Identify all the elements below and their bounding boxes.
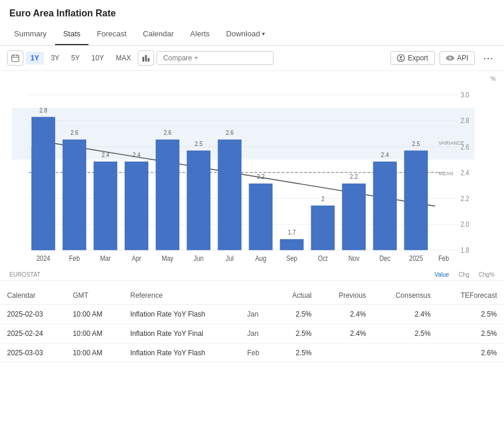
chevron-down-icon: ▾ <box>262 30 265 37</box>
data-table: Calendar GMT Reference Actual Previous C… <box>0 287 504 363</box>
period-max[interactable]: MAX <box>111 52 135 64</box>
col-gmt: GMT <box>66 287 123 305</box>
tab-bar: Summary Stats Forecast Calendar Alerts D… <box>0 23 504 46</box>
source-label: EUROSTAT <box>9 271 40 278</box>
svg-rect-50 <box>342 183 366 250</box>
cell-ref-period: Jan <box>240 305 275 324</box>
svg-rect-46 <box>280 239 304 250</box>
tab-calendar[interactable]: Calendar <box>135 23 182 45</box>
cell-previous <box>319 344 373 363</box>
col-teforecast: TEForecast <box>438 287 504 305</box>
svg-rect-6 <box>148 58 149 62</box>
svg-text:2.4: 2.4 <box>381 151 389 158</box>
more-options-button[interactable]: ⋯ <box>479 50 497 66</box>
cell-previous: 2.4% <box>319 324 373 344</box>
svg-text:Sep: Sep <box>286 255 297 263</box>
api-icon <box>446 54 454 62</box>
period-5y[interactable]: 5Y <box>66 52 84 64</box>
table-row: 2025-03-03 10:00 AM Inflation Rate YoY F… <box>0 344 504 363</box>
svg-rect-32 <box>63 140 86 250</box>
table-row: 2025-02-03 10:00 AM Inflation Rate YoY F… <box>0 305 504 324</box>
svg-rect-52 <box>373 162 397 250</box>
chart-type-icon[interactable] <box>138 50 154 66</box>
cell-actual: 2.5% <box>274 305 318 324</box>
cell-gmt: 10:00 AM <box>66 344 123 363</box>
chart-area: % 3.0 2.8 2.6 2.4 2.2 2.0 1.8 2.8 <box>0 71 504 270</box>
svg-text:2: 2 <box>321 195 325 202</box>
cell-ref-period: Jan <box>240 324 275 344</box>
chgpct-metric: Chg% <box>479 271 495 278</box>
col-previous: Previous <box>319 287 373 305</box>
tab-stats[interactable]: Stats <box>55 23 89 45</box>
value-metric: Value <box>435 271 449 278</box>
tab-forecast[interactable]: Forecast <box>88 23 135 45</box>
cell-teforecast: 2.5% <box>438 305 504 324</box>
cell-reference: Inflation Rate YoY Flash <box>123 305 240 324</box>
col-calendar: Calendar <box>0 287 66 305</box>
calendar-icon[interactable] <box>7 50 23 66</box>
pct-label: % <box>491 76 496 82</box>
svg-text:Aug: Aug <box>255 255 266 263</box>
tab-summary[interactable]: Summary <box>6 23 55 45</box>
svg-text:2025: 2025 <box>409 255 423 263</box>
svg-text:3.0: 3.0 <box>461 91 469 99</box>
export-button[interactable]: Export <box>390 51 435 65</box>
svg-rect-48 <box>311 206 335 250</box>
cell-teforecast: 2.5% <box>438 324 504 344</box>
svg-text:2.5: 2.5 <box>195 140 203 147</box>
compare-input[interactable] <box>156 51 274 65</box>
cell-gmt: 10:00 AM <box>66 305 123 324</box>
toolbar-right: Export API ⋯ <box>390 50 497 66</box>
cell-calendar: 2025-03-03 <box>0 344 66 363</box>
svg-text:1.8: 1.8 <box>461 246 469 254</box>
period-1y[interactable]: 1Y <box>26 52 44 64</box>
svg-text:Jul: Jul <box>226 255 234 263</box>
cell-teforecast: 2.6% <box>438 344 504 363</box>
export-icon <box>397 54 405 62</box>
svg-rect-30 <box>32 117 55 250</box>
svg-text:2.2: 2.2 <box>257 174 265 181</box>
svg-text:2.8: 2.8 <box>39 107 47 114</box>
svg-text:MEAN: MEAN <box>438 170 453 176</box>
svg-text:2.4: 2.4 <box>461 169 469 176</box>
svg-rect-36 <box>125 162 148 250</box>
svg-text:VARIANCE: VARIANCE <box>438 140 464 146</box>
api-button[interactable]: API <box>440 51 475 65</box>
svg-rect-40 <box>187 151 210 250</box>
svg-rect-5 <box>145 55 147 62</box>
page-title: Euro Area Inflation Rate <box>0 0 504 23</box>
svg-text:2.8: 2.8 <box>461 117 469 125</box>
svg-text:2.2: 2.2 <box>350 174 358 181</box>
cell-actual: 2.5% <box>274 324 318 344</box>
svg-rect-54 <box>404 151 428 250</box>
chart-source: EUROSTAT Value Chg Chg% <box>0 270 504 280</box>
cell-consensus <box>373 344 438 363</box>
cell-ref-period: Feb <box>240 344 275 363</box>
period-3y[interactable]: 3Y <box>46 52 64 64</box>
table-section: Calendar GMT Reference Actual Previous C… <box>0 280 504 363</box>
cell-reference: Inflation Rate YoY Final <box>123 324 240 344</box>
tab-alerts[interactable]: Alerts <box>182 23 218 45</box>
bar-chart: 3.0 2.8 2.6 2.4 2.2 2.0 1.8 2.8 2.8 <box>12 77 475 264</box>
svg-text:2.6: 2.6 <box>70 130 79 137</box>
toolbar-left: 1Y 3Y 5Y 10Y MAX <box>7 50 387 66</box>
svg-text:Jun: Jun <box>193 255 203 263</box>
svg-text:1.7: 1.7 <box>288 229 296 236</box>
svg-text:2024: 2024 <box>36 255 50 263</box>
col-reference: Reference <box>123 287 274 305</box>
svg-text:May: May <box>162 255 173 263</box>
svg-text:Feb: Feb <box>438 255 449 263</box>
cell-consensus: 2.4% <box>373 305 438 324</box>
table-row: 2025-02-24 10:00 AM Inflation Rate YoY F… <box>0 324 504 344</box>
period-10y[interactable]: 10Y <box>87 52 108 64</box>
svg-text:Nov: Nov <box>348 255 359 263</box>
toolbar: 1Y 3Y 5Y 10Y MAX Export <box>0 46 504 71</box>
tab-download[interactable]: Download ▾ <box>218 23 273 45</box>
svg-text:2.4: 2.4 <box>101 151 110 158</box>
svg-text:2.0: 2.0 <box>461 220 469 228</box>
svg-text:2.2: 2.2 <box>461 195 469 202</box>
svg-rect-44 <box>249 183 273 250</box>
svg-text:Oct: Oct <box>318 255 328 263</box>
chart-metrics: Value Chg Chg% <box>435 271 495 278</box>
svg-text:2.4: 2.4 <box>132 151 141 158</box>
